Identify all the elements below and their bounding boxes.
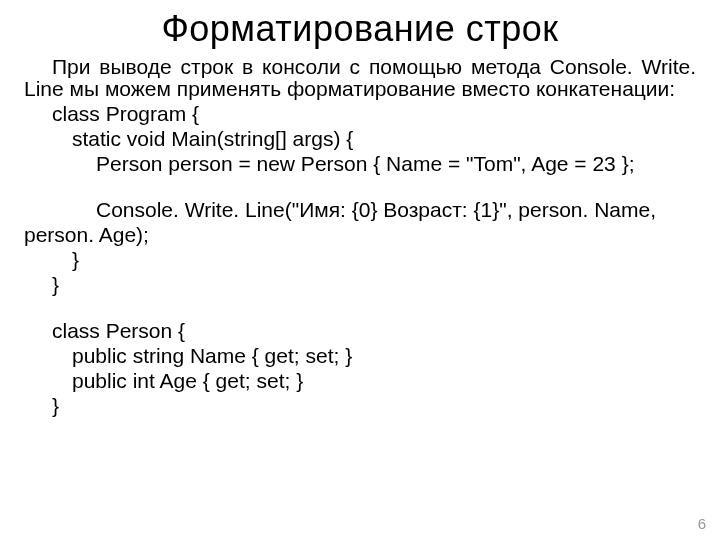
code-line: } [24, 394, 696, 419]
slide-title: Форматирование строк [24, 8, 696, 50]
code-block-1b: person. Age); } } [24, 223, 696, 297]
code-line: Console. Write. Line("Имя: {0} Возраст: … [24, 198, 696, 223]
code-block-2: class Person { public string Name { get;… [24, 319, 696, 418]
intro-text: При выводе строк в консоли с помощью мет… [24, 55, 696, 100]
code-line: person. Age); [24, 223, 696, 248]
code-line: } [24, 248, 696, 273]
code-line: public string Name { get; set; } [24, 344, 696, 369]
page-number: 6 [698, 515, 706, 532]
intro-paragraph: При выводе строк в консоли с помощью мет… [24, 56, 696, 100]
code-line: class Program { [24, 102, 696, 127]
code-line: static void Main(string[] args) { [24, 127, 696, 152]
code-line: } [24, 273, 696, 298]
code-line: class Person { [24, 319, 696, 344]
code-line: public int Age { get; set; } [24, 369, 696, 394]
code-block-1: class Program { static void Main(string[… [24, 102, 696, 223]
code-line: Person person = new Person { Name = "Tom… [24, 152, 696, 177]
